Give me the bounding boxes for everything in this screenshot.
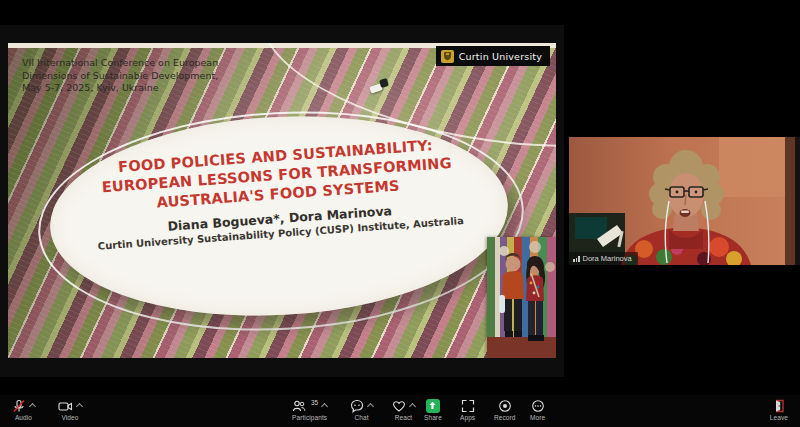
record-button[interactable]: Record [494, 398, 516, 421]
meeting-toolbar: Audio Video 35 Participants [0, 395, 800, 427]
webcam-video-dora-marinova[interactable]: Dora Marinova [569, 137, 800, 265]
chat-button[interactable]: Chat [350, 398, 373, 421]
participants-icon [292, 399, 306, 413]
chat-options-caret-icon[interactable] [367, 403, 374, 410]
conference-line: VII International Conference on European [22, 57, 262, 70]
audio-button-label: Audio [15, 414, 32, 421]
apps-button-label: Apps [460, 414, 475, 421]
participants-options-caret-icon[interactable] [321, 403, 328, 410]
react-options-caret-icon[interactable] [409, 403, 416, 410]
conference-line: May 5-7, 2025, Kyiv, Ukraine [22, 82, 262, 95]
conference-header: VII International Conference on European… [22, 57, 262, 95]
video-options-caret-icon[interactable] [76, 403, 83, 410]
apps-button[interactable]: Apps [460, 398, 475, 421]
react-button[interactable]: React [392, 398, 415, 421]
leave-door-icon [772, 399, 786, 413]
curtin-logo-text: Curtin University [459, 51, 542, 62]
camera-icon [58, 399, 73, 413]
apps-icon [461, 399, 475, 413]
toolbar-center-group: 35 Participants Chat [292, 395, 554, 427]
mic-muted-icon [12, 399, 26, 413]
conference-line: Dimensions of Sustainable Development, [22, 70, 262, 83]
leave-button[interactable]: Leave [770, 398, 788, 421]
more-button-label: More [530, 414, 545, 421]
participants-count-badge: 35 [311, 399, 318, 406]
authors-photo [487, 237, 556, 358]
curtin-university-logo: Curtin University [436, 46, 550, 66]
chat-button-label: Chat [354, 414, 368, 421]
record-icon [498, 399, 512, 413]
chat-icon [350, 399, 364, 413]
participants-button[interactable]: 35 Participants [292, 398, 327, 421]
video-button-label: Video [61, 414, 78, 421]
react-button-label: React [395, 414, 412, 421]
more-button[interactable]: More [530, 398, 545, 421]
share-button[interactable]: Share [424, 398, 442, 421]
participant-name: Dora Marinova [583, 254, 632, 263]
audio-options-caret-icon[interactable] [29, 403, 36, 410]
heart-icon [392, 399, 406, 413]
presentation-slide: VII International Conference on European… [8, 43, 556, 358]
more-ellipsis-icon [531, 399, 545, 413]
record-button-label: Record [494, 414, 516, 421]
curtin-shield-icon [441, 50, 454, 63]
share-screen-icon [426, 399, 440, 413]
leave-button-label: Leave [770, 414, 788, 421]
screenshare-pane: VII International Conference on European… [0, 25, 564, 377]
participant-name-tag: Dora Marinova [569, 252, 638, 265]
share-button-label: Share [424, 414, 442, 421]
audio-button[interactable]: Audio [12, 398, 35, 421]
video-button[interactable]: Video [58, 398, 82, 421]
participants-button-label: Participants [292, 414, 327, 421]
connection-bars-icon [573, 256, 580, 262]
webcam-scene [569, 137, 800, 265]
